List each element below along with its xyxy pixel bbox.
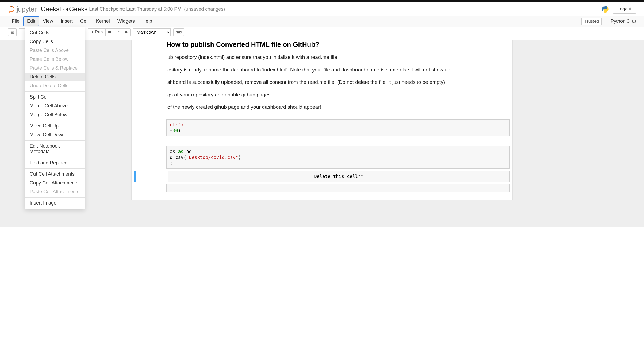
code-editor-2[interactable]: as as pd d_csv("Desktop/covid.csv") ; [166, 146, 510, 169]
markdown-cell[interactable]: How to publish Converted HTML file on Gi… [134, 40, 510, 117]
trusted-indicator[interactable]: Trusted [581, 18, 602, 25]
checkpoint-text: Last Checkpoint: Last Thursday at 5:00 P… [89, 6, 181, 12]
prompt-raw [136, 171, 168, 182]
svg-rect-1 [176, 31, 181, 33]
edit-menu-paste-cell-attachments: Paste Cell Attachments [25, 187, 85, 196]
edit-menu-split-cell[interactable]: Split Cell [25, 93, 85, 101]
jupyter-logo[interactable]: jupyter [8, 5, 37, 13]
markdown-step-4: gs of your repository and enable github … [167, 91, 510, 99]
jupyter-logo-icon [8, 6, 15, 13]
svg-rect-5 [179, 31, 179, 32]
run-button[interactable]: Run [88, 28, 105, 36]
svg-rect-8 [177, 32, 180, 33]
restart-run-all-button[interactable] [122, 28, 131, 36]
edit-menu-find-and-replace[interactable]: Find and Replace [25, 158, 85, 167]
markdown-step-1: ub repository (index.html) and ensure th… [167, 54, 510, 61]
notebook-background: How to publish Converted HTML file on Gi… [0, 40, 644, 227]
notebook-title[interactable]: GeeksForGeeks [41, 5, 88, 13]
run-controls-group: Run [88, 28, 131, 36]
logout-button[interactable]: Logout [613, 5, 636, 14]
dropdown-divider [25, 197, 85, 198]
menu-kernel[interactable]: Kernel [92, 16, 114, 26]
menu-cell[interactable]: Cell [76, 16, 92, 26]
prompt-area [134, 40, 166, 117]
dropdown-divider [25, 157, 85, 157]
menu-file[interactable]: File [8, 16, 23, 26]
prompt-in-1 [134, 119, 166, 136]
edit-menu-cut-cells[interactable]: Cut Cells [25, 28, 85, 37]
code-cell-2[interactable]: as as pd d_csv("Desktop/covid.csv") ; [134, 146, 510, 169]
prompt-in-2 [134, 146, 166, 169]
edit-menu-merge-cell-below[interactable]: Merge Cell Below [25, 110, 85, 119]
jupyter-logo-text: jupyter [17, 5, 37, 13]
unsaved-indicator: (unsaved changes) [184, 6, 225, 12]
restart-button[interactable] [114, 28, 122, 36]
edit-menu-move-cell-down[interactable]: Move Cell Down [25, 130, 85, 139]
markdown-heading: How to publish Converted HTML file on Gi… [166, 41, 510, 48]
toolbar: Run Markdown [0, 27, 644, 37]
code-editor-1[interactable]: ut:") +30) [166, 119, 510, 136]
edit-menu-merge-cell-above[interactable]: Merge Cell Above [25, 101, 85, 110]
edit-menu-paste-cells-replace: Paste Cells & Replace [25, 64, 85, 73]
code-cell-1[interactable]: ut:") +30) [134, 119, 510, 136]
python-icon [601, 5, 609, 13]
edit-dropdown-menu: Cut CellsCopy CellsPaste Cells AbovePast… [25, 27, 85, 209]
menu-view[interactable]: View [39, 16, 57, 26]
edit-menu-delete-cells[interactable]: Delete Cells [25, 73, 85, 81]
edit-menu-undo-delete-cells: Undo Delete Cells [25, 81, 85, 90]
svg-rect-0 [109, 31, 111, 33]
svg-rect-2 [177, 31, 177, 32]
edit-menu-copy-cells[interactable]: Copy Cells [25, 37, 85, 46]
edit-menu-paste-cells-below: Paste Cells Below [25, 55, 85, 64]
kernel-status-icon [632, 20, 636, 23]
kernel-indicator[interactable]: Python 3 [607, 18, 636, 24]
edit-menu-insert-image[interactable]: Insert Image [25, 199, 85, 207]
browser-top-strip [0, 0, 644, 2]
notebook-header: jupyter GeeksForGeeks Last Checkpoint: L… [0, 2, 644, 16]
kernel-name-text: Python 3 [611, 18, 630, 24]
svg-rect-4 [178, 31, 179, 32]
dropdown-divider [25, 120, 85, 120]
edit-menu-cut-cell-attachments[interactable]: Cut Cell Attachments [25, 170, 85, 179]
edit-menu-edit-notebook-metadata[interactable]: Edit Notebook Metadata [25, 142, 85, 156]
menubar: FileEditViewInsertCellKernelWidgetsHelp … [0, 16, 644, 27]
raw-cell-delete[interactable]: Delete this cell** [134, 171, 510, 182]
dropdown-divider [25, 91, 85, 92]
menu-edit[interactable]: Edit [23, 16, 39, 26]
menu-insert[interactable]: Insert [57, 16, 76, 26]
cell-type-select[interactable]: Markdown [133, 28, 171, 36]
menu-widgets[interactable]: Widgets [114, 16, 139, 26]
edit-menu-paste-cells-above: Paste Cells Above [25, 46, 85, 55]
empty-cell-editor[interactable] [166, 184, 510, 192]
output-text [166, 138, 510, 144]
output-cell-1 [134, 138, 510, 144]
raw-cell-text[interactable]: Delete this cell** [168, 171, 510, 182]
edit-menu-move-cell-up[interactable]: Move Cell Up [25, 122, 85, 130]
edit-menu-copy-cell-attachments[interactable]: Copy Cell Attachments [25, 179, 85, 187]
empty-cell[interactable] [134, 184, 510, 192]
svg-rect-7 [180, 31, 181, 32]
svg-rect-3 [177, 31, 178, 32]
interrupt-button[interactable] [105, 28, 114, 36]
dropdown-divider [25, 140, 85, 141]
svg-rect-6 [179, 31, 180, 32]
command-palette-button[interactable] [173, 28, 184, 36]
markdown-step-3: shboard is successfully uploaded, remove… [167, 79, 510, 86]
markdown-step-2: ository is ready, rename the dashboard t… [167, 66, 510, 74]
notebook-area[interactable]: How to publish Converted HTML file on Gi… [131, 40, 513, 200]
dropdown-divider [25, 168, 85, 169]
save-button[interactable] [8, 28, 17, 36]
menu-help[interactable]: Help [139, 16, 156, 26]
markdown-step-5: of the newly created gihub page and your… [167, 104, 510, 111]
run-label: Run [95, 30, 103, 35]
